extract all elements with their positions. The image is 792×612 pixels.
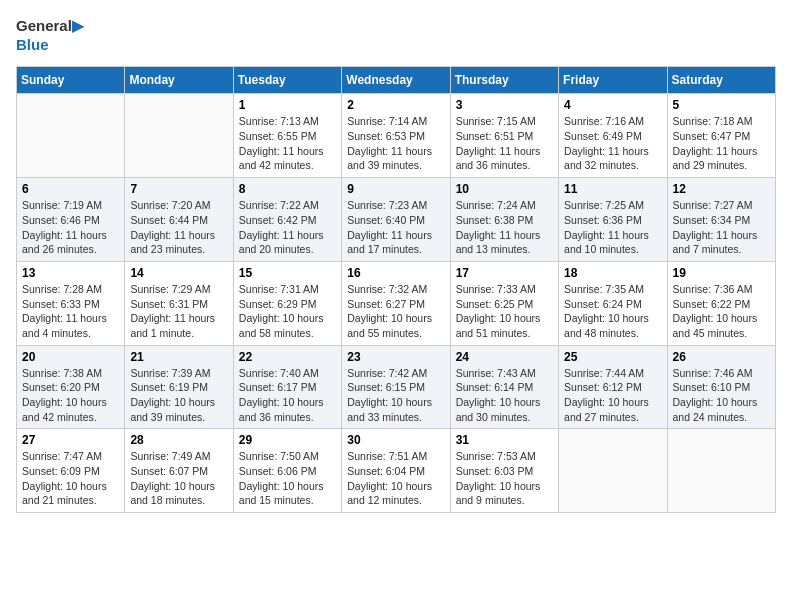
weekday-header-monday: Monday [125,67,233,94]
day-number: 21 [130,350,227,364]
day-info: Sunrise: 7:40 AMSunset: 6:17 PMDaylight:… [239,366,336,425]
day-number: 27 [22,433,119,447]
logo: General▶ Blue [16,16,84,54]
calendar-table: SundayMondayTuesdayWednesdayThursdayFrid… [16,66,776,513]
day-info: Sunrise: 7:24 AMSunset: 6:38 PMDaylight:… [456,198,553,257]
calendar-cell: 28Sunrise: 7:49 AMSunset: 6:07 PMDayligh… [125,429,233,513]
weekday-header-saturday: Saturday [667,67,775,94]
day-info: Sunrise: 7:47 AMSunset: 6:09 PMDaylight:… [22,449,119,508]
calendar-week-1: 1Sunrise: 7:13 AMSunset: 6:55 PMDaylight… [17,94,776,178]
logo-block: General▶ Blue [16,16,84,54]
day-number: 10 [456,182,553,196]
day-info: Sunrise: 7:43 AMSunset: 6:14 PMDaylight:… [456,366,553,425]
weekday-header-thursday: Thursday [450,67,558,94]
day-info: Sunrise: 7:35 AMSunset: 6:24 PMDaylight:… [564,282,661,341]
day-number: 16 [347,266,444,280]
day-number: 20 [22,350,119,364]
day-number: 18 [564,266,661,280]
calendar-cell [559,429,667,513]
weekday-header-friday: Friday [559,67,667,94]
day-number: 8 [239,182,336,196]
weekday-header-sunday: Sunday [17,67,125,94]
day-number: 12 [673,182,770,196]
day-info: Sunrise: 7:16 AMSunset: 6:49 PMDaylight:… [564,114,661,173]
calendar-cell: 19Sunrise: 7:36 AMSunset: 6:22 PMDayligh… [667,261,775,345]
day-info: Sunrise: 7:46 AMSunset: 6:10 PMDaylight:… [673,366,770,425]
day-info: Sunrise: 7:25 AMSunset: 6:36 PMDaylight:… [564,198,661,257]
day-number: 30 [347,433,444,447]
day-info: Sunrise: 7:38 AMSunset: 6:20 PMDaylight:… [22,366,119,425]
weekday-header-tuesday: Tuesday [233,67,341,94]
day-number: 24 [456,350,553,364]
day-number: 13 [22,266,119,280]
day-number: 19 [673,266,770,280]
calendar-cell: 23Sunrise: 7:42 AMSunset: 6:15 PMDayligh… [342,345,450,429]
calendar-cell: 31Sunrise: 7:53 AMSunset: 6:03 PMDayligh… [450,429,558,513]
day-number: 4 [564,98,661,112]
calendar-cell: 2Sunrise: 7:14 AMSunset: 6:53 PMDaylight… [342,94,450,178]
calendar-cell: 8Sunrise: 7:22 AMSunset: 6:42 PMDaylight… [233,178,341,262]
calendar-cell: 11Sunrise: 7:25 AMSunset: 6:36 PMDayligh… [559,178,667,262]
day-info: Sunrise: 7:14 AMSunset: 6:53 PMDaylight:… [347,114,444,173]
day-number: 1 [239,98,336,112]
day-info: Sunrise: 7:20 AMSunset: 6:44 PMDaylight:… [130,198,227,257]
calendar-cell: 9Sunrise: 7:23 AMSunset: 6:40 PMDaylight… [342,178,450,262]
calendar-week-2: 6Sunrise: 7:19 AMSunset: 6:46 PMDaylight… [17,178,776,262]
day-number: 31 [456,433,553,447]
day-info: Sunrise: 7:51 AMSunset: 6:04 PMDaylight:… [347,449,444,508]
calendar-cell: 27Sunrise: 7:47 AMSunset: 6:09 PMDayligh… [17,429,125,513]
day-number: 23 [347,350,444,364]
day-info: Sunrise: 7:15 AMSunset: 6:51 PMDaylight:… [456,114,553,173]
calendar-cell: 15Sunrise: 7:31 AMSunset: 6:29 PMDayligh… [233,261,341,345]
day-info: Sunrise: 7:27 AMSunset: 6:34 PMDaylight:… [673,198,770,257]
day-number: 9 [347,182,444,196]
calendar-cell: 22Sunrise: 7:40 AMSunset: 6:17 PMDayligh… [233,345,341,429]
calendar-week-4: 20Sunrise: 7:38 AMSunset: 6:20 PMDayligh… [17,345,776,429]
day-info: Sunrise: 7:36 AMSunset: 6:22 PMDaylight:… [673,282,770,341]
calendar-week-5: 27Sunrise: 7:47 AMSunset: 6:09 PMDayligh… [17,429,776,513]
calendar-cell: 26Sunrise: 7:46 AMSunset: 6:10 PMDayligh… [667,345,775,429]
day-number: 14 [130,266,227,280]
day-info: Sunrise: 7:33 AMSunset: 6:25 PMDaylight:… [456,282,553,341]
day-number: 7 [130,182,227,196]
calendar-cell [125,94,233,178]
day-info: Sunrise: 7:42 AMSunset: 6:15 PMDaylight:… [347,366,444,425]
calendar-cell: 18Sunrise: 7:35 AMSunset: 6:24 PMDayligh… [559,261,667,345]
day-number: 22 [239,350,336,364]
day-info: Sunrise: 7:53 AMSunset: 6:03 PMDaylight:… [456,449,553,508]
calendar-cell: 4Sunrise: 7:16 AMSunset: 6:49 PMDaylight… [559,94,667,178]
day-number: 29 [239,433,336,447]
weekday-header-wednesday: Wednesday [342,67,450,94]
page-header: General▶ Blue [16,16,776,54]
calendar-cell: 25Sunrise: 7:44 AMSunset: 6:12 PMDayligh… [559,345,667,429]
calendar-cell: 6Sunrise: 7:19 AMSunset: 6:46 PMDaylight… [17,178,125,262]
calendar-cell: 29Sunrise: 7:50 AMSunset: 6:06 PMDayligh… [233,429,341,513]
calendar-cell: 13Sunrise: 7:28 AMSunset: 6:33 PMDayligh… [17,261,125,345]
calendar-cell [667,429,775,513]
calendar-cell [17,94,125,178]
calendar-cell: 16Sunrise: 7:32 AMSunset: 6:27 PMDayligh… [342,261,450,345]
day-number: 3 [456,98,553,112]
day-info: Sunrise: 7:50 AMSunset: 6:06 PMDaylight:… [239,449,336,508]
calendar-cell: 5Sunrise: 7:18 AMSunset: 6:47 PMDaylight… [667,94,775,178]
day-number: 2 [347,98,444,112]
calendar-cell: 7Sunrise: 7:20 AMSunset: 6:44 PMDaylight… [125,178,233,262]
day-number: 15 [239,266,336,280]
day-number: 5 [673,98,770,112]
calendar-cell: 20Sunrise: 7:38 AMSunset: 6:20 PMDayligh… [17,345,125,429]
day-number: 28 [130,433,227,447]
calendar-cell: 14Sunrise: 7:29 AMSunset: 6:31 PMDayligh… [125,261,233,345]
day-info: Sunrise: 7:19 AMSunset: 6:46 PMDaylight:… [22,198,119,257]
calendar-cell: 30Sunrise: 7:51 AMSunset: 6:04 PMDayligh… [342,429,450,513]
calendar-cell: 10Sunrise: 7:24 AMSunset: 6:38 PMDayligh… [450,178,558,262]
day-number: 6 [22,182,119,196]
day-info: Sunrise: 7:22 AMSunset: 6:42 PMDaylight:… [239,198,336,257]
calendar-cell: 17Sunrise: 7:33 AMSunset: 6:25 PMDayligh… [450,261,558,345]
day-number: 25 [564,350,661,364]
day-info: Sunrise: 7:39 AMSunset: 6:19 PMDaylight:… [130,366,227,425]
calendar-cell: 12Sunrise: 7:27 AMSunset: 6:34 PMDayligh… [667,178,775,262]
weekday-header-row: SundayMondayTuesdayWednesdayThursdayFrid… [17,67,776,94]
day-info: Sunrise: 7:13 AMSunset: 6:55 PMDaylight:… [239,114,336,173]
day-info: Sunrise: 7:49 AMSunset: 6:07 PMDaylight:… [130,449,227,508]
day-number: 26 [673,350,770,364]
